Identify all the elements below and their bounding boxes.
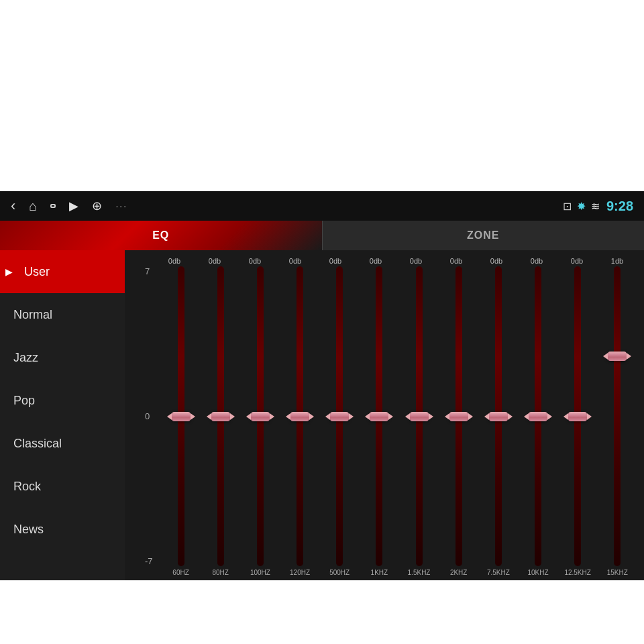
sidebar-item-pop[interactable]: Pop	[0, 379, 125, 422]
y-axis-top: 7	[145, 266, 157, 276]
eq-area: 0db0db0db0db0db0db0db0db0db0db0db1db 7 0…	[125, 250, 644, 580]
db-label-2: 0db	[238, 257, 272, 265]
hz-label-5: 1KHZ	[362, 569, 396, 576]
status-bar: ‹ ⌂ ▶ ⊕ ··· ⊡ ✸ ≋ 9:28	[0, 191, 644, 221]
slider-thumb-0[interactable]	[172, 412, 191, 421]
slider-col-9	[519, 266, 558, 566]
slider-thumb-7[interactable]	[449, 412, 468, 421]
slider-track-5[interactable]	[376, 266, 382, 566]
db-labels-top: 0db0db0db0db0db0db0db0db0db0db0db1db	[145, 257, 637, 265]
db-label-8: 0db	[480, 257, 513, 265]
hz-label-8: 7.5KHZ	[482, 569, 515, 576]
slider-thumb-9[interactable]	[529, 412, 547, 421]
hz-label-6: 1.5KHZ	[402, 569, 436, 576]
slider-thumb-1[interactable]	[211, 412, 230, 421]
slider-track-9[interactable]	[535, 266, 541, 566]
slider-col-10	[558, 266, 598, 566]
db-label-1: 0db	[198, 257, 231, 265]
slider-col-0	[161, 266, 201, 566]
slider-thumb-5[interactable]	[370, 412, 388, 421]
db-label-7: 0db	[439, 257, 473, 265]
hz-label-4: 500HZ	[323, 569, 356, 576]
slider-col-5	[360, 266, 399, 566]
main-content: User Normal Jazz Pop Classical Rock News	[0, 250, 644, 580]
hz-label-10: 12.5KHZ	[561, 569, 594, 576]
slider-thumb-10[interactable]	[568, 412, 587, 421]
more-icon[interactable]: ···	[115, 201, 127, 211]
sliders-container: 7 0 -7	[145, 266, 637, 566]
tab-eq[interactable]: EQ	[0, 221, 322, 250]
hz-label-2: 100HZ	[244, 569, 277, 576]
db-label-6: 0db	[399, 257, 433, 265]
slider-track-6[interactable]	[416, 266, 423, 566]
slider-thumb-3[interactable]	[290, 412, 309, 421]
sidebar-item-jazz[interactable]: Jazz	[0, 336, 125, 379]
hz-label-7: 2KHZ	[442, 569, 476, 576]
slider-thumb-11[interactable]	[608, 352, 627, 361]
slider-track-2[interactable]	[257, 266, 264, 566]
sidebar-item-rock[interactable]: Rock	[0, 465, 125, 508]
hz-label-11: 15KHZ	[600, 569, 634, 576]
slider-track-10[interactable]	[574, 266, 581, 566]
db-label-9: 0db	[520, 257, 553, 265]
time-display: 9:28	[606, 199, 633, 214]
camera-icon[interactable]: ▶	[69, 199, 78, 213]
slider-track-11[interactable]	[614, 266, 621, 566]
signal-icons: ⊡ ✸ ≋	[563, 200, 600, 213]
db-label-11: 1db	[600, 257, 634, 265]
sidebar-item-normal-label: Normal	[13, 308, 52, 322]
slider-track-1[interactable]	[217, 266, 224, 566]
slider-col-11	[598, 266, 637, 566]
status-bar-right: ⊡ ✸ ≋ 9:28	[563, 199, 633, 214]
db-label-5: 0db	[359, 257, 392, 265]
tab-zone[interactable]: ZONE	[322, 221, 645, 250]
slider-col-8	[478, 266, 518, 566]
slider-track-3[interactable]	[297, 266, 303, 566]
hz-label-3: 120HZ	[283, 569, 317, 576]
sidebar-item-user-label: User	[24, 265, 50, 279]
cast-icon: ⊡	[563, 200, 572, 213]
home-icon[interactable]: ⌂	[29, 199, 37, 214]
sidebar-item-news-label: News	[13, 523, 44, 537]
db-label-4: 0db	[319, 257, 352, 265]
tab-bar: EQ ZONE	[0, 221, 644, 250]
db-label-3: 0db	[278, 257, 312, 265]
slider-track-4[interactable]	[336, 266, 343, 566]
recents-icon[interactable]	[50, 204, 56, 208]
wifi-icon: ≋	[591, 200, 600, 213]
hz-label-1: 80HZ	[204, 569, 237, 576]
db-label-10: 0db	[560, 257, 594, 265]
bag-icon[interactable]: ⊕	[92, 199, 102, 213]
slider-track-7[interactable]	[455, 266, 462, 566]
y-axis-mid: 0	[145, 411, 157, 421]
slider-col-4	[320, 266, 360, 566]
slider-col-1	[201, 266, 240, 566]
hz-label-0: 60HZ	[164, 569, 198, 576]
sliders-row	[161, 266, 637, 566]
sidebar-item-user[interactable]: User	[0, 250, 125, 293]
slider-col-3	[280, 266, 320, 566]
hz-labels: 60HZ80HZ100HZ120HZ500HZ1KHZ1.5KHZ2KHZ7.5…	[145, 569, 637, 576]
slider-col-6	[399, 266, 439, 566]
db-label-0: 0db	[158, 257, 191, 265]
sidebar: User Normal Jazz Pop Classical Rock News	[0, 250, 125, 580]
bluetooth-icon: ✸	[577, 200, 586, 213]
slider-thumb-8[interactable]	[489, 412, 508, 421]
slider-thumb-2[interactable]	[251, 412, 270, 421]
sidebar-item-classical[interactable]: Classical	[0, 422, 125, 465]
slider-thumb-4[interactable]	[330, 412, 349, 421]
sidebar-item-normal[interactable]: Normal	[0, 293, 125, 336]
slider-track-0[interactable]	[178, 266, 184, 566]
slider-thumb-6[interactable]	[410, 412, 429, 421]
status-bar-left: ‹ ⌂ ▶ ⊕ ···	[11, 197, 127, 215]
back-icon[interactable]: ‹	[11, 197, 15, 215]
sidebar-item-rock-label: Rock	[13, 480, 41, 494]
sidebar-item-classical-label: Classical	[13, 437, 62, 451]
sidebar-item-news[interactable]: News	[0, 508, 125, 551]
y-axis-bottom: -7	[145, 556, 157, 566]
hz-label-9: 10KHZ	[521, 569, 555, 576]
sidebar-item-pop-label: Pop	[13, 394, 35, 408]
slider-track-8[interactable]	[495, 266, 502, 566]
slider-col-7	[439, 266, 478, 566]
y-axis: 7 0 -7	[145, 266, 161, 566]
